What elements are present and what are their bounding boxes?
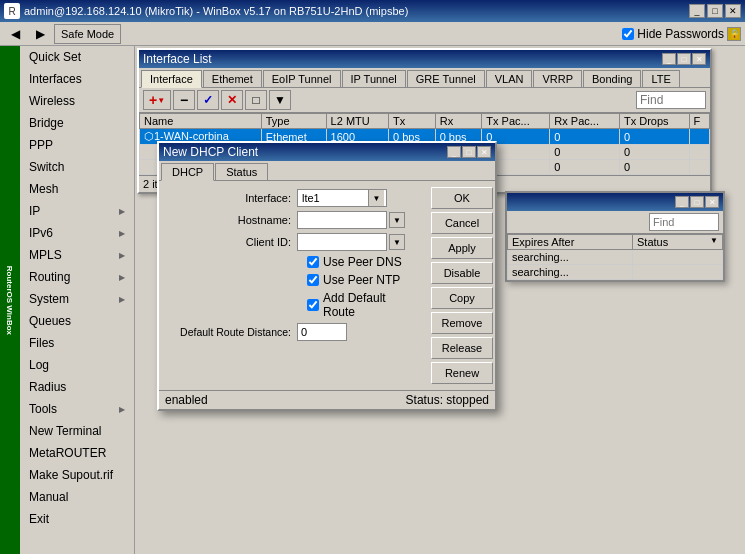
cell-f: [689, 145, 709, 160]
back-button[interactable]: ◀: [4, 24, 27, 44]
sidebar-item-system[interactable]: System ▶: [20, 288, 134, 310]
sidebar-item-label: System: [29, 292, 69, 306]
sidebar-item-exit[interactable]: Exit: [20, 508, 134, 530]
dialog-minimize[interactable]: _: [447, 146, 461, 158]
tab-bonding[interactable]: Bonding: [583, 70, 641, 87]
sidebar-item-new-terminal[interactable]: New Terminal: [20, 420, 134, 442]
minimize-button[interactable]: _: [689, 4, 705, 18]
use-peer-dns-checkbox[interactable]: [307, 256, 319, 268]
hostname-dropdown-arrow[interactable]: ▼: [389, 212, 405, 228]
client-id-dropdown-arrow[interactable]: ▼: [389, 234, 405, 250]
sidebar-item-ipv6[interactable]: IPv6 ▶: [20, 222, 134, 244]
use-peer-ntp-label: Use Peer NTP: [323, 273, 400, 287]
sidebar-item-tools[interactable]: Tools ▶: [20, 398, 134, 420]
sidebar-item-quick-set[interactable]: Quick Set: [20, 46, 134, 68]
dialog-buttons: OK Cancel Apply Disable Copy Remove Rele…: [425, 181, 495, 390]
client-id-label: Client ID:: [167, 236, 297, 248]
safe-mode-button[interactable]: Safe Mode: [54, 24, 121, 44]
hide-passwords-checkbox[interactable]: [622, 28, 634, 40]
tab-gre-tunnel[interactable]: GRE Tunnel: [407, 70, 485, 87]
copy-button[interactable]: Copy: [431, 287, 493, 309]
sidebar-item-routing[interactable]: Routing ▶: [20, 266, 134, 288]
tab-ethemet[interactable]: Ethemet: [203, 70, 262, 87]
sidebar-item-ip[interactable]: IP ▶: [20, 200, 134, 222]
remove-button[interactable]: Remove: [431, 312, 493, 334]
sidebar-item-radius[interactable]: Radius: [20, 376, 134, 398]
sidebar-item-switch[interactable]: Switch: [20, 156, 134, 178]
tab-interface[interactable]: Interface: [141, 70, 202, 88]
arrow-icon: ▶: [119, 251, 125, 260]
interface-tab-bar: Interface Ethemet EoIP Tunnel IP Tunnel …: [139, 68, 710, 88]
leases-maximize[interactable]: □: [690, 196, 704, 208]
sidebar-item-mpls[interactable]: MPLS ▶: [20, 244, 134, 266]
add-button[interactable]: + ▼: [143, 90, 171, 110]
sidebar-item-queues[interactable]: Queues: [20, 310, 134, 332]
sidebar-item-log[interactable]: Log: [20, 354, 134, 376]
app-logo: RouterOS WinBox: [0, 46, 20, 554]
sidebar-item-meta-router[interactable]: MetaROUTER: [20, 442, 134, 464]
release-button[interactable]: Release: [431, 337, 493, 359]
default-route-distance-input[interactable]: [297, 323, 347, 341]
use-peer-ntp-checkbox[interactable]: [307, 274, 319, 286]
sidebar-item-label: Quick Set: [29, 50, 81, 64]
leases-titlebar: _ □ ✕: [507, 193, 723, 211]
apply-button[interactable]: Apply: [431, 237, 493, 259]
sidebar-item-label: Files: [29, 336, 54, 350]
dhcp-tab-dhcp[interactable]: DHCP: [161, 163, 214, 181]
disable-button[interactable]: Disable: [431, 262, 493, 284]
dialog-maximize[interactable]: □: [462, 146, 476, 158]
table-row[interactable]: searching...: [508, 265, 723, 280]
col-tx: Tx: [389, 114, 436, 129]
dialog-close[interactable]: ✕: [477, 146, 491, 158]
sidebar-item-label: Mesh: [29, 182, 58, 196]
dhcp-dialog-body: Interface: lte1 ▼ Hostname: ▼: [159, 181, 495, 390]
sidebar-item-files[interactable]: Files: [20, 332, 134, 354]
interface-dropdown-arrow[interactable]: ▼: [368, 190, 384, 206]
interface-select[interactable]: lte1 ▼: [297, 189, 387, 207]
hostname-input[interactable]: [297, 211, 387, 229]
leases-close[interactable]: ✕: [705, 196, 719, 208]
enable-button[interactable]: ✓: [197, 90, 219, 110]
status-dropdown-arrow[interactable]: ▼: [710, 236, 718, 245]
sidebar-item-manual[interactable]: Manual: [20, 486, 134, 508]
dhcp-tab-status[interactable]: Status: [215, 163, 268, 180]
sidebar-item-ppp[interactable]: PPP: [20, 134, 134, 156]
maximize-icon[interactable]: □: [677, 53, 691, 65]
tab-lte[interactable]: LTE: [642, 70, 679, 87]
renew-button[interactable]: Renew: [431, 362, 493, 384]
client-id-input[interactable]: [297, 233, 387, 251]
cell-tx-drops: 0: [619, 160, 689, 175]
minimize-icon[interactable]: _: [662, 53, 676, 65]
sidebar-item-label: Tools: [29, 402, 57, 416]
settings-button[interactable]: □: [245, 90, 267, 110]
search-input[interactable]: [636, 91, 706, 109]
add-default-route-checkbox[interactable]: [307, 299, 319, 311]
sidebar-item-mesh[interactable]: Mesh: [20, 178, 134, 200]
ok-button[interactable]: OK: [431, 187, 493, 209]
leases-minimize[interactable]: _: [675, 196, 689, 208]
forward-button[interactable]: ▶: [29, 24, 52, 44]
leases-search-input[interactable]: [649, 213, 719, 231]
filter-button[interactable]: ▼: [269, 90, 291, 110]
tab-vlan[interactable]: VLAN: [486, 70, 533, 87]
tab-vrrp[interactable]: VRRP: [533, 70, 582, 87]
close-icon[interactable]: ✕: [692, 53, 706, 65]
tab-eoip-tunnel[interactable]: EoIP Tunnel: [263, 70, 341, 87]
window-controls: _ □ ✕: [662, 53, 706, 65]
sidebar-item-wireless[interactable]: Wireless: [20, 90, 134, 112]
disable-button[interactable]: ✕: [221, 90, 243, 110]
sidebar-item-label: New Terminal: [29, 424, 101, 438]
cell-f: [689, 129, 709, 145]
settings-icon: □: [252, 93, 259, 107]
sidebar-item-make-supout[interactable]: Make Supout.rif: [20, 464, 134, 486]
table-row[interactable]: searching...: [508, 250, 723, 265]
cancel-button[interactable]: Cancel: [431, 212, 493, 234]
sidebar-item-interfaces[interactable]: Interfaces: [20, 68, 134, 90]
remove-button[interactable]: −: [173, 90, 195, 110]
tab-ip-tunnel[interactable]: IP Tunnel: [342, 70, 406, 87]
close-button[interactable]: ✕: [725, 4, 741, 18]
sidebar-item-label: Switch: [29, 160, 64, 174]
maximize-button[interactable]: □: [707, 4, 723, 18]
sidebar-item-bridge[interactable]: Bridge: [20, 112, 134, 134]
cell-rx-pac: 0: [550, 160, 620, 175]
